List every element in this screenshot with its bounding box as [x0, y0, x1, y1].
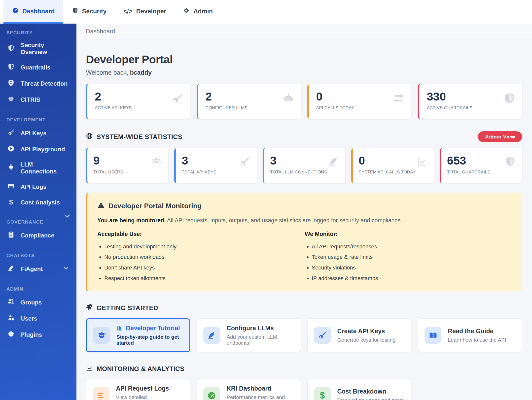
- sidebar-section-development: DEVELOPMENT API Keys API Playground LLM …: [0, 114, 76, 210]
- getting-started-row: Developer Tutorial Step-by-step guide to…: [86, 318, 522, 352]
- sidebar-section-label: SECURITY: [0, 27, 76, 38]
- stat-card-total-users: 9 TOTAL USERS: [86, 148, 168, 183]
- tile-text: Create API Keys Generate keys for testin…: [337, 328, 396, 343]
- sidebar-section-label: ADMIN: [0, 283, 76, 294]
- key-icon: [314, 327, 331, 344]
- gauge-icon: [203, 387, 220, 400]
- dollar-icon: $: [314, 387, 331, 400]
- acceptable-use-column: Acceptable Use: Testing and development …: [97, 231, 305, 284]
- stat-card-total-guardrails: 653 TOTAL GUARDRAILS: [440, 148, 522, 183]
- fin-icon: [7, 265, 15, 273]
- key-icon: [239, 156, 250, 168]
- rocket-icon: [86, 304, 93, 312]
- tile-text: Read the Guide Learn how to use the API: [448, 328, 506, 343]
- sidebar-item-cost-analysis[interactable]: $ Cost Analysis: [0, 195, 76, 210]
- monitoring-notice-title: Developer Portal Monitoring: [97, 201, 512, 211]
- tile-title: Create API Keys: [337, 328, 396, 335]
- crosshair-icon: [7, 95, 15, 104]
- warning-icon: [97, 201, 105, 211]
- list-item: IP addresses & timestamps: [312, 273, 512, 284]
- users-icon: [151, 156, 162, 168]
- top-nav: Dashboard Security </> Developer Admin: [0, 0, 532, 24]
- tile-subtitle: Add your custom LLM endpoints: [227, 334, 294, 346]
- monitoring-analytics-heading: MONITORING & ANALYTICS: [86, 365, 522, 373]
- stat-label: CONFIGURED LLMS: [206, 105, 293, 110]
- sidebar-item-llm-connections[interactable]: LLM Connections: [0, 157, 76, 179]
- stat-label: ACTIVE GUARDRAILS: [427, 105, 515, 110]
- sidebar-item-fiagent[interactable]: FiAgent: [0, 261, 76, 277]
- table-list-icon: [7, 182, 15, 191]
- sidebar-item-api-keys[interactable]: API Keys: [0, 125, 76, 141]
- breadcrumb-bar: Dashboard: [76, 24, 532, 39]
- sidebar-item-label: FiAgent: [21, 266, 43, 272]
- tile-title: Read the Guide: [448, 328, 506, 335]
- we-monitor-column: We Monitor: All API requests/responses T…: [305, 231, 512, 284]
- dollar-icon: $: [7, 199, 15, 206]
- sidebar-item-label: CITRIS: [21, 96, 40, 103]
- card-api-request-logs[interactable]: API Request Logs View detailed request/r…: [86, 379, 190, 400]
- monitoring-notice: Developer Portal Monitoring You are bein…: [86, 193, 522, 292]
- welcome-text: Welcome back, bcaddy: [86, 69, 522, 76]
- personal-stats-row: 2 ACTIVE API KEYS 2 CONFIGURED LLMS 0 AP…: [86, 84, 522, 119]
- shield-icon: [7, 63, 15, 72]
- books-icon: [116, 325, 123, 332]
- sidebar-item-guardrails[interactable]: Guardrails: [0, 59, 76, 75]
- admin-view-badge[interactable]: Admin View: [478, 131, 522, 142]
- tab-developer[interactable]: </> Developer: [115, 0, 175, 24]
- stat-card-active-api-keys: 2 ACTIVE API KEYS: [86, 84, 190, 119]
- stat-label: ACTIVE API KEYS: [95, 105, 183, 110]
- sidebar-scroll-chevron[interactable]: [64, 212, 71, 221]
- sidebar-item-api-playground[interactable]: API Playground: [0, 141, 76, 157]
- system-stats-row: 9 TOTAL USERS 3 TOTAL API KEYS 3 TOTAL L…: [86, 148, 522, 183]
- main-content: Developer Portal Welcome back, bcaddy 2 …: [76, 39, 532, 400]
- sidebar-item-label: Security Overview: [21, 42, 69, 56]
- tile-subtitle: Learn how to use the API: [448, 337, 506, 343]
- sidebar-item-citris[interactable]: CITRIS: [0, 92, 76, 108]
- sidebar-item-api-logs[interactable]: API Logs: [0, 179, 76, 195]
- tile-title-text: Developer Tutorial: [126, 325, 180, 332]
- card-kri-dashboard[interactable]: KRI Dashboard Performance metrics and tr…: [197, 379, 301, 400]
- chart-line-icon: [86, 365, 93, 373]
- tile-text: Configure LLMs Add your custom LLM endpo…: [227, 325, 294, 346]
- tile-title: KRI Dashboard: [227, 385, 294, 392]
- sidebar-item-threat-detection[interactable]: Threat Detection: [0, 75, 76, 92]
- card-create-api-keys[interactable]: Create API Keys Generate keys for testin…: [307, 318, 412, 352]
- sidebar-item-label: Threat Detection: [21, 80, 68, 87]
- developer-portal-app: Dashboard Security </> Developer Admin S…: [0, 0, 532, 400]
- card-read-the-guide[interactable]: Read the Guide Learn how to use the API: [418, 318, 522, 352]
- sidebar-item-label: Cost Analysis: [21, 199, 60, 206]
- list-item: Respect token allotments: [104, 273, 305, 284]
- notice-intro-rest: All API requests, inputs, outputs, and u…: [166, 217, 402, 224]
- sidebar-item-plugins[interactable]: Plugins: [0, 327, 76, 343]
- chart-line-icon: [416, 156, 427, 168]
- sidebar-item-compliance[interactable]: Compliance: [0, 227, 76, 243]
- sidebar-item-groups[interactable]: Groups: [0, 294, 76, 310]
- stat-value: 0: [316, 91, 404, 102]
- sidebar-section-label: CHATBOTS: [0, 250, 76, 261]
- sidebar-item-users[interactable]: Users: [0, 310, 76, 327]
- sidebar-item-label: API Keys: [21, 130, 46, 137]
- sidebar-section-chatbots: CHATBOTS FiAgent: [0, 250, 76, 277]
- list-item: Security violations: [312, 263, 512, 273]
- card-configure-llms[interactable]: Configure LLMs Add your custom LLM endpo…: [197, 318, 301, 352]
- stat-card-total-api-keys: 3 TOTAL API KEYS: [174, 148, 257, 183]
- tile-text: API Request Logs View detailed request/r…: [116, 385, 183, 400]
- sidebar-item-label: Guardrails: [21, 64, 50, 71]
- tab-security[interactable]: Security: [63, 0, 115, 24]
- tab-admin[interactable]: Admin: [175, 0, 221, 24]
- stat-label: TOTAL USERS: [93, 170, 162, 175]
- sidebar-item-label: Plugins: [21, 331, 42, 338]
- breadcrumb[interactable]: Dashboard: [86, 28, 115, 35]
- card-developer-tutorial[interactable]: Developer Tutorial Step-by-step guide to…: [86, 318, 190, 352]
- tile-text: Developer Tutorial Step-by-step guide to…: [116, 325, 183, 346]
- sidebar-section-label: DEVELOPMENT: [0, 114, 76, 125]
- tab-label: Developer: [136, 8, 166, 15]
- tile-text: KRI Dashboard Performance metrics and tr…: [227, 385, 294, 400]
- chevron-down-icon[interactable]: [63, 265, 69, 273]
- card-cost-breakdown[interactable]: $ Cost Breakdown Track token usage and c…: [307, 379, 412, 400]
- tile-title: Cost Breakdown: [337, 388, 404, 395]
- tab-dashboard[interactable]: Dashboard: [3, 0, 63, 24]
- monitoring-analytics-row: API Request Logs View detailed request/r…: [86, 379, 522, 400]
- sidebar-item-security-overview[interactable]: Security Overview: [0, 38, 76, 59]
- sidebar-item-label: Compliance: [21, 232, 54, 239]
